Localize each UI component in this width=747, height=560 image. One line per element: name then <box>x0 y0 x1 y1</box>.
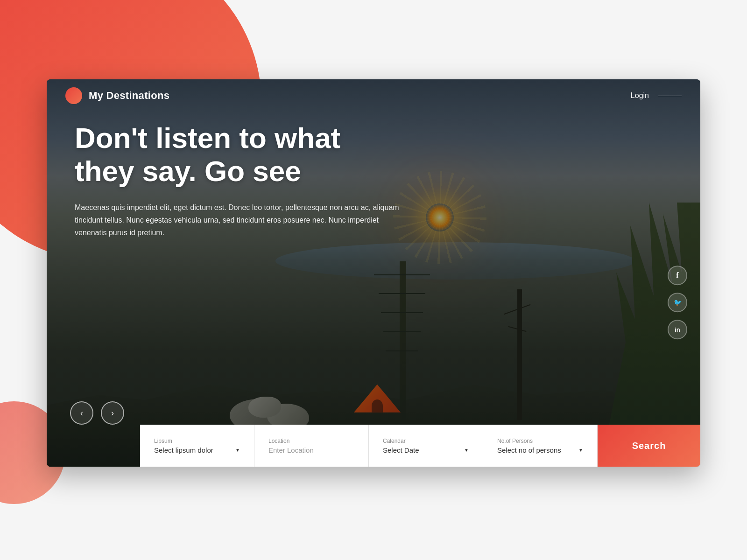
hero-content: Don't listen to what they say. Go see Ma… <box>75 121 584 239</box>
lipsum-label: Lipsum <box>154 438 240 444</box>
location-field[interactable]: Location Enter Location <box>254 425 369 467</box>
next-arrow-icon: › <box>111 408 114 418</box>
calendar-dropdown-icon: ▼ <box>464 448 469 453</box>
nav-login[interactable]: Login <box>631 91 682 100</box>
hero-headline: Don't listen to what they say. Go see <box>75 121 584 188</box>
search-bar: Lipsum Select lipsum dolor ▼ Location En… <box>140 425 700 467</box>
nav-logo: My Destinations <box>65 87 169 104</box>
lipsum-field[interactable]: Lipsum Select lipsum dolor ▼ <box>140 425 254 467</box>
lipsum-value: Select lipsum dolor ▼ <box>154 446 240 454</box>
hero-section: My Destinations Login Don't listen to wh… <box>47 79 700 467</box>
location-value: Enter Location <box>268 446 354 454</box>
facebook-icon[interactable]: f <box>668 266 687 285</box>
search-button-label: Search <box>632 441 666 451</box>
logo-text: My Destinations <box>89 90 169 102</box>
calendar-field[interactable]: Calendar Select Date ▼ <box>369 425 483 467</box>
nav-arrows: ‹ › <box>70 401 124 425</box>
persons-field[interactable]: No.of Persons Select no of persons ▼ <box>483 425 598 467</box>
navbar: My Destinations Login <box>47 79 700 112</box>
calendar-value: Select Date ▼ <box>383 446 469 454</box>
twitter-icon[interactable]: 🐦 <box>668 293 687 312</box>
calendar-label: Calendar <box>383 438 469 444</box>
persons-value: Select no of persons ▼ <box>497 446 583 454</box>
persons-dropdown-icon: ▼ <box>578 448 583 453</box>
prev-arrow-button[interactable]: ‹ <box>70 401 93 425</box>
login-button[interactable]: Login <box>631 91 649 100</box>
hero-subtext: Maecenas quis imperdiet elit, eget dictu… <box>75 201 402 239</box>
login-line <box>658 96 682 96</box>
persons-label: No.of Persons <box>497 438 583 444</box>
search-button[interactable]: Search <box>598 425 700 467</box>
main-card: My Destinations Login Don't listen to wh… <box>47 79 700 467</box>
location-label: Location <box>268 438 354 444</box>
next-arrow-button[interactable]: › <box>101 401 124 425</box>
prev-arrow-icon: ‹ <box>80 408 83 418</box>
linkedin-icon[interactable]: in <box>668 320 687 339</box>
social-icons: f 🐦 in <box>668 266 687 339</box>
logo-dot <box>65 87 82 104</box>
lipsum-dropdown-icon: ▼ <box>235 448 240 453</box>
